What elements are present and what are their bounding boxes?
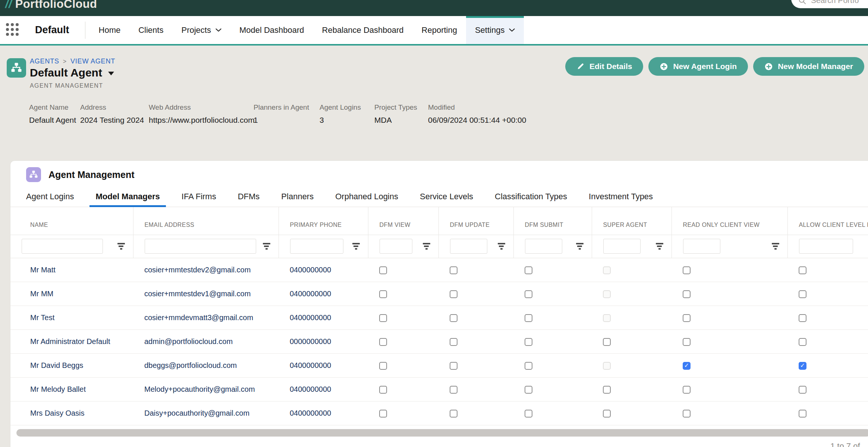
dfm-update-checkbox[interactable] (450, 290, 457, 298)
allow-client-level-reb-checkbox[interactable] (799, 266, 806, 274)
column-header-dfm-view[interactable]: DFM VIEW (368, 207, 438, 235)
model-managers-table: NAMEEMAIL ADDRESSPRIMARY PHONEDFM VIEWDF… (10, 207, 868, 425)
dfm-update-checkbox[interactable] (450, 410, 457, 418)
allow-client-level-reb-checkbox[interactable] (799, 338, 806, 346)
new-agent-login-button[interactable]: New Agent Login (648, 57, 748, 76)
new-model-manager-button[interactable]: New Model Manager (753, 57, 864, 76)
tab-orphaned-logins[interactable]: Orphaned Logins (329, 187, 404, 207)
dfm-submit-checkbox[interactable] (525, 386, 532, 394)
filter-input-dfm-view[interactable] (380, 239, 412, 254)
tab-classification-types[interactable]: Classification Types (489, 187, 573, 207)
app-launcher-icon[interactable] (6, 23, 20, 37)
field-value: Default Agent (29, 116, 73, 125)
filter-input-dfm-update[interactable] (450, 239, 487, 254)
filter-input-allow-client-level-reb[interactable] (799, 239, 853, 254)
cell-name[interactable]: Mr Test (10, 306, 133, 329)
tab-dfms[interactable]: DFMs (232, 187, 266, 207)
filter-input-dfm-submit[interactable] (525, 239, 562, 254)
filter-icon[interactable] (770, 241, 781, 251)
filter-icon[interactable] (261, 241, 272, 251)
filter-icon[interactable] (575, 241, 585, 251)
column-header-name[interactable]: NAME (10, 207, 133, 235)
cell-name[interactable]: Mr Administrator Default (10, 329, 133, 353)
super-agent-checkbox[interactable] (603, 410, 611, 418)
nav-tab-model-dashboard[interactable]: Model Dashboard (230, 16, 313, 44)
column-header-email-address[interactable]: EMAIL ADDRESS (133, 207, 279, 235)
dfm-update-checkbox[interactable] (450, 314, 457, 322)
tab-agent-logins[interactable]: Agent Logins (20, 187, 80, 207)
allow-client-level-reb-checkbox[interactable] (799, 314, 806, 322)
dfm-submit-checkbox[interactable] (525, 266, 532, 274)
read-only-client-view-checkbox[interactable] (683, 314, 691, 322)
cell-name[interactable]: Mr Melody Ballet (10, 377, 133, 401)
dfm-update-checkbox[interactable] (450, 266, 457, 274)
dfm-view-checkbox[interactable] (379, 314, 387, 322)
column-header-allow-client-level-reb[interactable]: ALLOW CLIENT LEVEL REB (787, 207, 868, 235)
nav-tab-projects[interactable]: Projects (172, 16, 230, 44)
allow-client-level-reb-checkbox[interactable] (799, 386, 806, 394)
read-only-client-view-checkbox[interactable] (683, 266, 691, 274)
tab-service-levels[interactable]: Service Levels (414, 187, 479, 207)
dfm-update-checkbox[interactable] (450, 338, 457, 346)
nav-tab-clients[interactable]: Clients (129, 16, 172, 44)
filter-input-read-only-client-view[interactable] (683, 239, 720, 254)
filter-input-super-agent[interactable] (603, 239, 641, 254)
filter-input-name[interactable] (22, 239, 103, 254)
dfm-submit-checkbox[interactable] (525, 410, 532, 418)
dfm-view-checkbox[interactable] (379, 386, 387, 394)
dfm-view-checkbox[interactable] (379, 362, 387, 370)
allow-client-level-reb-checkbox[interactable] (799, 362, 806, 370)
column-header-read-only-client-view[interactable]: READ ONLY CLIENT VIEW (672, 207, 787, 235)
filter-icon[interactable] (496, 241, 507, 251)
dfm-view-checkbox[interactable] (379, 290, 387, 298)
cell-name[interactable]: Mr Matt (10, 258, 133, 282)
read-only-client-view-checkbox[interactable] (683, 338, 691, 346)
filter-input-primary-phone[interactable] (290, 239, 343, 254)
nav-tab-home[interactable]: Home (90, 16, 130, 44)
dfm-submit-checkbox[interactable] (525, 290, 532, 298)
filter-input-email-address[interactable] (145, 239, 256, 254)
filter-icon[interactable] (421, 241, 432, 251)
filter-icon[interactable] (351, 241, 361, 251)
allow-client-level-reb-checkbox[interactable] (799, 410, 806, 418)
cell-name[interactable]: Mr MM (10, 282, 133, 306)
dfm-submit-checkbox[interactable] (525, 314, 532, 322)
nav-tab-reporting[interactable]: Reporting (413, 16, 466, 44)
record-actions-caret-icon[interactable] (108, 72, 114, 75)
breadcrumb-agents-link[interactable]: AGENTS (30, 57, 59, 65)
tab-model-managers[interactable]: Model Managers (89, 187, 166, 207)
column-header-super-agent[interactable]: SUPER AGENT (592, 207, 672, 235)
search-input[interactable] (811, 0, 867, 5)
breadcrumb-view-agent-link[interactable]: VIEW AGENT (70, 57, 115, 65)
tab-planners[interactable]: Planners (275, 187, 320, 207)
tab-investment-types[interactable]: Investment Types (583, 187, 659, 207)
read-only-client-view-checkbox[interactable] (683, 410, 691, 418)
super-agent-checkbox[interactable] (603, 338, 611, 346)
dfm-update-checkbox[interactable] (450, 362, 457, 370)
column-header-dfm-update[interactable]: DFM UPDATE (438, 207, 513, 235)
horizontal-scrollbar[interactable] (16, 429, 868, 437)
global-search (791, 0, 868, 8)
dfm-submit-checkbox[interactable] (525, 338, 532, 346)
read-only-client-view-checkbox[interactable] (683, 290, 691, 298)
super-agent-checkbox[interactable] (603, 386, 611, 394)
cell-name[interactable]: Mr David Beggs (10, 353, 133, 377)
read-only-client-view-checkbox[interactable] (683, 362, 691, 370)
filter-icon[interactable] (116, 241, 126, 251)
cell-name[interactable]: Mrs Daisy Oasis (10, 401, 133, 425)
column-header-primary-phone[interactable]: PRIMARY PHONE (279, 207, 368, 235)
pencil-icon (576, 62, 585, 71)
dfm-view-checkbox[interactable] (379, 410, 387, 418)
edit-details-button[interactable]: Edit Details (565, 57, 643, 76)
nav-tab-rebalance-dashboard[interactable]: Rebalance Dashboard (313, 16, 413, 44)
dfm-update-checkbox[interactable] (450, 386, 457, 394)
dfm-submit-checkbox[interactable] (525, 362, 532, 370)
read-only-client-view-checkbox[interactable] (683, 386, 691, 394)
dfm-view-checkbox[interactable] (379, 338, 387, 346)
nav-tab-settings[interactable]: Settings (466, 16, 524, 44)
filter-icon[interactable] (654, 241, 665, 251)
dfm-view-checkbox[interactable] (379, 266, 387, 274)
column-header-dfm-submit[interactable]: DFM SUBMIT (513, 207, 592, 235)
allow-client-level-reb-checkbox[interactable] (799, 290, 806, 298)
tab-ifa-firms[interactable]: IFA Firms (176, 187, 222, 207)
